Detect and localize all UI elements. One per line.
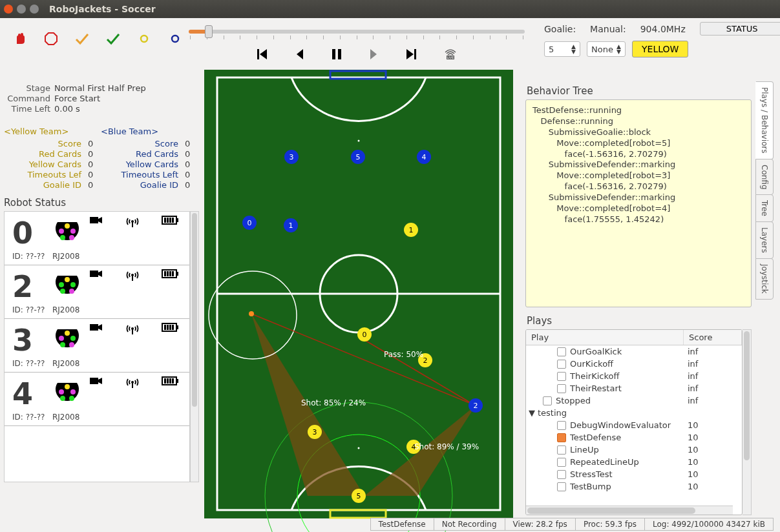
- play-checkbox[interactable]: [557, 433, 566, 442]
- play-score: 10: [688, 457, 739, 467]
- svg-text:Pass: 50%: Pass: 50%: [384, 350, 423, 359]
- manual-select[interactable]: None▲▼: [587, 41, 626, 57]
- svg-text:3: 3: [313, 428, 317, 436]
- window-maximize-icon[interactable]: [30, 5, 39, 14]
- game-info: StageNormal First Half Prep CommandForce…: [4, 83, 199, 114]
- play-checkbox[interactable]: [557, 458, 566, 467]
- robot-id: ID: ??-??: [12, 252, 45, 261]
- camera-icon: [90, 269, 103, 283]
- play-score: 10: [688, 482, 739, 491]
- robot-card[interactable]: 2 ID: ??-?? RJ2008: [5, 265, 189, 319]
- skip-start-icon[interactable]: [257, 48, 268, 62]
- status-button[interactable]: STATUS: [700, 22, 780, 36]
- svg-text:0: 0: [363, 331, 367, 339]
- check-yellow-icon[interactable]: [75, 32, 89, 46]
- plays-vscrollbar[interactable]: [743, 329, 752, 515]
- plays-hscrollbar[interactable]: [526, 506, 733, 515]
- play-score: inf: [688, 384, 739, 393]
- robot-card[interactable]: 3 ID: ??-?? RJ2008: [5, 319, 189, 373]
- svg-rect-3: [257, 49, 259, 59]
- play-checkbox[interactable]: [557, 421, 566, 430]
- svg-rect-53: [176, 325, 178, 329]
- robot-list-scrollbar[interactable]: [190, 211, 199, 482]
- play-checkbox[interactable]: [557, 482, 566, 491]
- play-score: inf: [688, 359, 739, 369]
- play-row[interactable]: OurGoalKick inf: [526, 345, 742, 358]
- robot-version: RJ2008: [52, 413, 79, 422]
- robot-shell-icon: [54, 378, 81, 405]
- robot-card[interactable]: 0 ID: ??-?? RJ2008: [5, 212, 189, 265]
- play-name: RepeatedLineUp: [570, 457, 688, 467]
- svg-text:1: 1: [289, 221, 293, 230]
- play-row[interactable]: TheirKickoff inf: [526, 370, 742, 382]
- svg-rect-10: [414, 49, 416, 59]
- play-checkbox[interactable]: [557, 445, 566, 455]
- play-checkbox[interactable]: [557, 347, 566, 356]
- window-minimize-icon[interactable]: [17, 5, 26, 14]
- play-row[interactable]: TestBump 10: [526, 480, 742, 493]
- side-tab[interactable]: Joystick: [755, 258, 774, 300]
- play-checkbox[interactable]: [557, 360, 566, 369]
- robot-number: 3: [12, 323, 45, 358]
- robot-shell-icon: [54, 271, 81, 298]
- svg-point-45: [70, 336, 76, 341]
- play-row[interactable]: DebugWindowEvaluator 10: [526, 419, 742, 431]
- play-row[interactable]: LineUp 10: [526, 444, 742, 456]
- side-tab[interactable]: Config: [755, 159, 774, 196]
- skip-end-icon[interactable]: [405, 48, 417, 62]
- play-name: TestDefense: [570, 433, 688, 442]
- side-tab[interactable]: Tree: [755, 194, 774, 222]
- circle-blue-icon[interactable]: [168, 32, 182, 46]
- svg-point-17: [69, 235, 74, 240]
- svg-marker-8: [370, 49, 377, 59]
- pause-icon[interactable]: [332, 48, 342, 62]
- status-proc-fps: Proc: 59.3 fps: [575, 518, 645, 531]
- play-row[interactable]: Stopped inf: [526, 394, 742, 407]
- window-title: RoboJackets - Soccer: [49, 4, 156, 14]
- play-group[interactable]: ▼testing: [526, 407, 742, 419]
- svg-point-115: [358, 447, 360, 449]
- circle-yellow-icon[interactable]: [137, 32, 151, 46]
- play-score: inf: [688, 347, 739, 356]
- play-row[interactable]: RepeatedLineUp 10: [526, 456, 742, 468]
- play-row[interactable]: OurKickoff inf: [526, 358, 742, 370]
- hand-stop-icon[interactable]: [13, 32, 27, 46]
- live-icon[interactable]: LIVE: [444, 48, 457, 62]
- svg-point-44: [59, 336, 64, 341]
- check-green-icon[interactable]: [106, 32, 120, 46]
- octagon-stop-icon[interactable]: [44, 32, 58, 46]
- status-view-fps: View: 28.2 fps: [505, 518, 576, 531]
- side-tab[interactable]: Plays / Behaviors: [755, 81, 774, 159]
- soccer-field[interactable]: 3 5 4 0 1 2 1 0 2 3 4 5 Pass: 50% Shot: …: [204, 70, 513, 520]
- svg-rect-42: [172, 271, 174, 276]
- title-bar: RoboJackets - Soccer: [0, 0, 780, 18]
- step-back-icon[interactable]: [295, 48, 304, 62]
- play-row[interactable]: StressTest 10: [526, 468, 742, 480]
- camera-icon: [90, 323, 103, 336]
- step-forward-icon[interactable]: [369, 48, 378, 62]
- svg-rect-72: [172, 378, 174, 384]
- robot-number: 4: [12, 376, 45, 411]
- svg-marker-49: [98, 324, 102, 331]
- svg-rect-33: [90, 271, 98, 277]
- play-checkbox[interactable]: [543, 396, 552, 405]
- play-name: OurGoalKick: [570, 347, 688, 356]
- play-row[interactable]: TheirRestart inf: [526, 382, 742, 394]
- svg-rect-57: [172, 325, 174, 330]
- play-checkbox[interactable]: [557, 470, 566, 479]
- play-score: 10: [688, 469, 739, 479]
- timeline-slider[interactable]: [189, 30, 525, 34]
- plays-header: Play Score: [526, 330, 742, 345]
- svg-point-61: [60, 396, 65, 401]
- play-row[interactable]: TestDefense 10: [526, 431, 742, 444]
- slider-thumb-icon[interactable]: [205, 25, 213, 38]
- svg-point-15: [70, 229, 76, 234]
- window-close-icon[interactable]: [4, 5, 13, 14]
- side-tab[interactable]: Layers: [755, 221, 774, 259]
- team-color-button[interactable]: YELLOW: [632, 41, 688, 57]
- play-checkbox[interactable]: [557, 384, 566, 393]
- svg-point-2: [172, 36, 178, 42]
- goalie-spinner[interactable]: 5▲▼: [544, 41, 580, 57]
- play-checkbox[interactable]: [557, 372, 566, 381]
- robot-card[interactable]: 4 ID: ??-?? RJ2008: [5, 373, 189, 426]
